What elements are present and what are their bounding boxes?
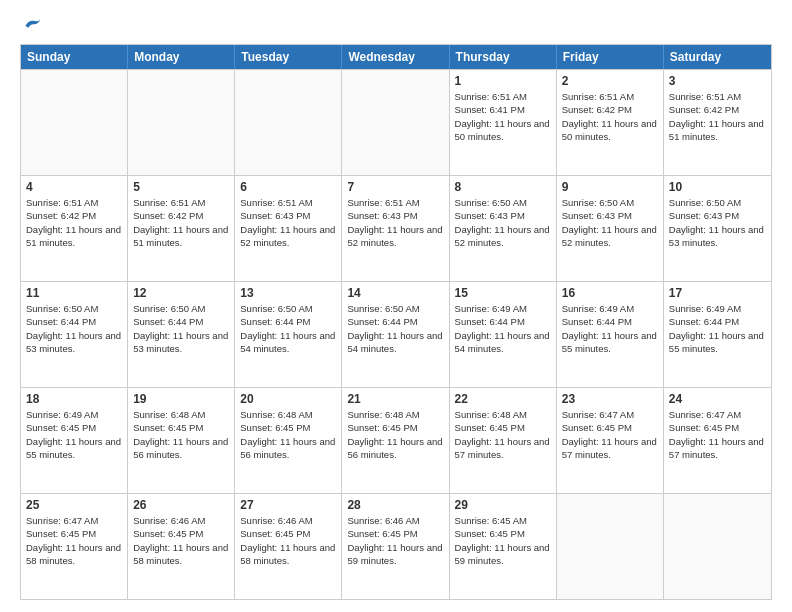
calendar-cell[interactable]: 15Sunrise: 6:49 AMSunset: 6:44 PMDayligh… bbox=[450, 282, 557, 387]
header-day-monday: Monday bbox=[128, 45, 235, 69]
day-number: 2 bbox=[562, 74, 658, 88]
day-info: Sunrise: 6:48 AMSunset: 6:45 PMDaylight:… bbox=[347, 408, 443, 461]
calendar-cell[interactable]: 19Sunrise: 6:48 AMSunset: 6:45 PMDayligh… bbox=[128, 388, 235, 493]
calendar-cell[interactable]: 1Sunrise: 6:51 AMSunset: 6:41 PMDaylight… bbox=[450, 70, 557, 175]
calendar-week-2: 4Sunrise: 6:51 AMSunset: 6:42 PMDaylight… bbox=[21, 175, 771, 281]
header-day-saturday: Saturday bbox=[664, 45, 771, 69]
day-number: 14 bbox=[347, 286, 443, 300]
calendar-cell bbox=[235, 70, 342, 175]
day-info: Sunrise: 6:51 AMSunset: 6:42 PMDaylight:… bbox=[133, 196, 229, 249]
header bbox=[20, 16, 772, 36]
calendar-week-4: 18Sunrise: 6:49 AMSunset: 6:45 PMDayligh… bbox=[21, 387, 771, 493]
calendar-cell[interactable]: 13Sunrise: 6:50 AMSunset: 6:44 PMDayligh… bbox=[235, 282, 342, 387]
day-number: 25 bbox=[26, 498, 122, 512]
day-number: 4 bbox=[26, 180, 122, 194]
calendar-cell[interactable]: 25Sunrise: 6:47 AMSunset: 6:45 PMDayligh… bbox=[21, 494, 128, 599]
calendar-cell bbox=[664, 494, 771, 599]
calendar-cell[interactable]: 12Sunrise: 6:50 AMSunset: 6:44 PMDayligh… bbox=[128, 282, 235, 387]
day-info: Sunrise: 6:49 AMSunset: 6:45 PMDaylight:… bbox=[26, 408, 122, 461]
day-number: 24 bbox=[669, 392, 766, 406]
day-number: 12 bbox=[133, 286, 229, 300]
calendar-cell[interactable]: 14Sunrise: 6:50 AMSunset: 6:44 PMDayligh… bbox=[342, 282, 449, 387]
day-number: 13 bbox=[240, 286, 336, 300]
calendar-cell[interactable]: 4Sunrise: 6:51 AMSunset: 6:42 PMDaylight… bbox=[21, 176, 128, 281]
day-info: Sunrise: 6:50 AMSunset: 6:43 PMDaylight:… bbox=[455, 196, 551, 249]
logo-text bbox=[20, 16, 42, 36]
day-info: Sunrise: 6:51 AMSunset: 6:43 PMDaylight:… bbox=[347, 196, 443, 249]
calendar-cell[interactable]: 2Sunrise: 6:51 AMSunset: 6:42 PMDaylight… bbox=[557, 70, 664, 175]
calendar-cell[interactable]: 29Sunrise: 6:45 AMSunset: 6:45 PMDayligh… bbox=[450, 494, 557, 599]
calendar-header: SundayMondayTuesdayWednesdayThursdayFrid… bbox=[21, 45, 771, 69]
calendar-cell[interactable]: 26Sunrise: 6:46 AMSunset: 6:45 PMDayligh… bbox=[128, 494, 235, 599]
calendar-cell[interactable]: 10Sunrise: 6:50 AMSunset: 6:43 PMDayligh… bbox=[664, 176, 771, 281]
calendar-cell[interactable]: 27Sunrise: 6:46 AMSunset: 6:45 PMDayligh… bbox=[235, 494, 342, 599]
day-number: 11 bbox=[26, 286, 122, 300]
calendar-cell[interactable]: 28Sunrise: 6:46 AMSunset: 6:45 PMDayligh… bbox=[342, 494, 449, 599]
calendar-cell[interactable]: 16Sunrise: 6:49 AMSunset: 6:44 PMDayligh… bbox=[557, 282, 664, 387]
calendar-cell[interactable]: 23Sunrise: 6:47 AMSunset: 6:45 PMDayligh… bbox=[557, 388, 664, 493]
calendar-cell[interactable]: 8Sunrise: 6:50 AMSunset: 6:43 PMDaylight… bbox=[450, 176, 557, 281]
day-number: 29 bbox=[455, 498, 551, 512]
day-info: Sunrise: 6:48 AMSunset: 6:45 PMDaylight:… bbox=[240, 408, 336, 461]
day-info: Sunrise: 6:51 AMSunset: 6:42 PMDaylight:… bbox=[669, 90, 766, 143]
calendar-cell bbox=[557, 494, 664, 599]
header-day-wednesday: Wednesday bbox=[342, 45, 449, 69]
day-info: Sunrise: 6:47 AMSunset: 6:45 PMDaylight:… bbox=[26, 514, 122, 567]
day-number: 5 bbox=[133, 180, 229, 194]
day-info: Sunrise: 6:50 AMSunset: 6:44 PMDaylight:… bbox=[347, 302, 443, 355]
day-number: 28 bbox=[347, 498, 443, 512]
day-info: Sunrise: 6:47 AMSunset: 6:45 PMDaylight:… bbox=[669, 408, 766, 461]
logo bbox=[20, 16, 42, 36]
day-info: Sunrise: 6:46 AMSunset: 6:45 PMDaylight:… bbox=[133, 514, 229, 567]
day-number: 10 bbox=[669, 180, 766, 194]
logo-bird-icon bbox=[22, 16, 42, 36]
day-info: Sunrise: 6:49 AMSunset: 6:44 PMDaylight:… bbox=[669, 302, 766, 355]
day-number: 21 bbox=[347, 392, 443, 406]
day-number: 20 bbox=[240, 392, 336, 406]
day-number: 7 bbox=[347, 180, 443, 194]
header-day-thursday: Thursday bbox=[450, 45, 557, 69]
calendar-body: 1Sunrise: 6:51 AMSunset: 6:41 PMDaylight… bbox=[21, 69, 771, 599]
calendar-cell[interactable]: 6Sunrise: 6:51 AMSunset: 6:43 PMDaylight… bbox=[235, 176, 342, 281]
day-number: 26 bbox=[133, 498, 229, 512]
day-number: 19 bbox=[133, 392, 229, 406]
calendar-cell[interactable]: 22Sunrise: 6:48 AMSunset: 6:45 PMDayligh… bbox=[450, 388, 557, 493]
calendar-cell[interactable]: 11Sunrise: 6:50 AMSunset: 6:44 PMDayligh… bbox=[21, 282, 128, 387]
calendar-cell[interactable]: 18Sunrise: 6:49 AMSunset: 6:45 PMDayligh… bbox=[21, 388, 128, 493]
calendar-cell[interactable]: 21Sunrise: 6:48 AMSunset: 6:45 PMDayligh… bbox=[342, 388, 449, 493]
day-number: 17 bbox=[669, 286, 766, 300]
day-info: Sunrise: 6:48 AMSunset: 6:45 PMDaylight:… bbox=[133, 408, 229, 461]
day-number: 3 bbox=[669, 74, 766, 88]
day-number: 9 bbox=[562, 180, 658, 194]
day-number: 23 bbox=[562, 392, 658, 406]
day-info: Sunrise: 6:50 AMSunset: 6:44 PMDaylight:… bbox=[26, 302, 122, 355]
calendar-cell[interactable]: 20Sunrise: 6:48 AMSunset: 6:45 PMDayligh… bbox=[235, 388, 342, 493]
day-info: Sunrise: 6:46 AMSunset: 6:45 PMDaylight:… bbox=[347, 514, 443, 567]
calendar: SundayMondayTuesdayWednesdayThursdayFrid… bbox=[20, 44, 772, 600]
calendar-cell[interactable]: 7Sunrise: 6:51 AMSunset: 6:43 PMDaylight… bbox=[342, 176, 449, 281]
day-info: Sunrise: 6:45 AMSunset: 6:45 PMDaylight:… bbox=[455, 514, 551, 567]
day-info: Sunrise: 6:50 AMSunset: 6:44 PMDaylight:… bbox=[240, 302, 336, 355]
day-number: 16 bbox=[562, 286, 658, 300]
day-info: Sunrise: 6:47 AMSunset: 6:45 PMDaylight:… bbox=[562, 408, 658, 461]
calendar-cell[interactable]: 3Sunrise: 6:51 AMSunset: 6:42 PMDaylight… bbox=[664, 70, 771, 175]
calendar-cell[interactable]: 17Sunrise: 6:49 AMSunset: 6:44 PMDayligh… bbox=[664, 282, 771, 387]
calendar-week-1: 1Sunrise: 6:51 AMSunset: 6:41 PMDaylight… bbox=[21, 69, 771, 175]
day-info: Sunrise: 6:46 AMSunset: 6:45 PMDaylight:… bbox=[240, 514, 336, 567]
day-info: Sunrise: 6:49 AMSunset: 6:44 PMDaylight:… bbox=[562, 302, 658, 355]
day-number: 15 bbox=[455, 286, 551, 300]
calendar-cell bbox=[342, 70, 449, 175]
day-number: 8 bbox=[455, 180, 551, 194]
day-number: 1 bbox=[455, 74, 551, 88]
day-info: Sunrise: 6:51 AMSunset: 6:41 PMDaylight:… bbox=[455, 90, 551, 143]
header-day-sunday: Sunday bbox=[21, 45, 128, 69]
calendar-cell bbox=[21, 70, 128, 175]
day-number: 22 bbox=[455, 392, 551, 406]
header-day-friday: Friday bbox=[557, 45, 664, 69]
day-number: 6 bbox=[240, 180, 336, 194]
day-info: Sunrise: 6:51 AMSunset: 6:42 PMDaylight:… bbox=[26, 196, 122, 249]
calendar-cell[interactable]: 24Sunrise: 6:47 AMSunset: 6:45 PMDayligh… bbox=[664, 388, 771, 493]
calendar-cell bbox=[128, 70, 235, 175]
calendar-cell[interactable]: 9Sunrise: 6:50 AMSunset: 6:43 PMDaylight… bbox=[557, 176, 664, 281]
calendar-cell[interactable]: 5Sunrise: 6:51 AMSunset: 6:42 PMDaylight… bbox=[128, 176, 235, 281]
